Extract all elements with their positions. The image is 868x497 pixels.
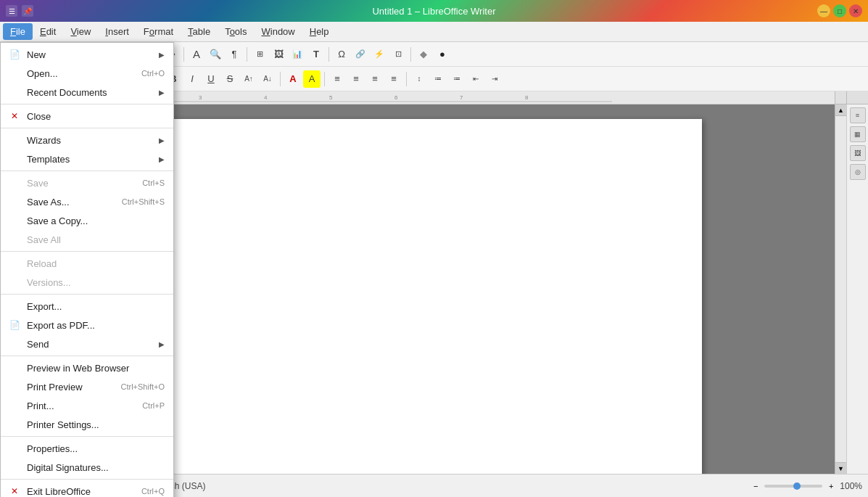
- format-subscript-btn[interactable]: A↓: [259, 70, 276, 88]
- menu-table-label: Table: [188, 26, 210, 37]
- format-justify-btn[interactable]: ≡: [385, 70, 402, 88]
- format-italic-btn[interactable]: I: [183, 70, 201, 88]
- toolbar-fill-btn[interactable]: ●: [434, 46, 451, 63]
- title-bar: ☰ 📌 Untitled 1 – LibreOffice Writer — □ …: [0, 0, 868, 22]
- close-icon: ✕: [8, 110, 21, 123]
- format-outdent-btn[interactable]: ⇤: [467, 70, 484, 88]
- file-saveas-label: Save As...: [27, 197, 70, 208]
- toolbar-special-char-btn[interactable]: Ω: [333, 46, 350, 63]
- toolbar-chart-btn[interactable]: 📊: [289, 46, 306, 63]
- file-menu-close[interactable]: ✕ Close: [1, 107, 173, 126]
- menu-item-file[interactable]: File: [3, 23, 33, 40]
- zoom-out-btn[interactable]: −: [750, 480, 761, 492]
- file-menu-send[interactable]: Send ▶: [1, 334, 173, 353]
- file-menu-printersettings[interactable]: Printer Settings...: [1, 415, 173, 434]
- toolbar-text-btn[interactable]: T: [307, 46, 325, 63]
- file-menu-saveas[interactable]: Save As... Ctrl+Shift+S: [1, 192, 173, 211]
- svg-text:8: 8: [525, 94, 529, 101]
- file-menu-recent[interactable]: Recent Documents ▶: [1, 83, 173, 102]
- scroll-track[interactable]: [835, 116, 846, 462]
- file-menu-open[interactable]: Open... Ctrl+O: [1, 64, 173, 83]
- toolbar-image-btn[interactable]: 🖼: [270, 46, 287, 63]
- panel-styles-btn[interactable]: ≡: [850, 107, 866, 123]
- format-align-left-btn[interactable]: ≡: [328, 70, 346, 88]
- properties-icon: [8, 442, 21, 455]
- format-underline-btn[interactable]: U: [202, 70, 220, 88]
- file-printersettings-label: Printer Settings...: [27, 419, 99, 430]
- file-menu-printpreview[interactable]: Print Preview Ctrl+Shift+O: [1, 377, 173, 396]
- app-menu-icon[interactable]: ☰: [6, 5, 17, 17]
- toolbar-table-btn[interactable]: ⊞: [251, 46, 268, 63]
- file-menu-exportpdf[interactable]: 📄 Export as PDF...: [1, 316, 173, 334]
- toolbar-paragraph-btn[interactable]: ¶: [226, 46, 243, 63]
- menu-item-edit[interactable]: Edit: [33, 23, 63, 40]
- toolbar-xref-btn[interactable]: ⚡: [371, 46, 388, 63]
- menu-item-view[interactable]: View: [63, 23, 98, 40]
- file-menu-wizards[interactable]: Wizards ▶: [1, 131, 173, 149]
- zoom-slider-thumb[interactable]: [793, 482, 801, 490]
- maximize-button[interactable]: □: [833, 4, 846, 17]
- panel-gallery-btn[interactable]: 🖼: [850, 145, 866, 161]
- minimize-button[interactable]: —: [817, 4, 830, 17]
- format-linespacing-btn[interactable]: ↕: [410, 70, 428, 88]
- file-saveall-label: Save All: [27, 234, 61, 245]
- toolbar-field-btn[interactable]: ⊡: [389, 46, 407, 63]
- toolbar-find-btn[interactable]: 🔍: [207, 46, 224, 63]
- menu-item-format[interactable]: Format: [136, 23, 181, 40]
- format-numbering-btn[interactable]: ≔: [448, 70, 466, 88]
- toolbar-fontsize-btn[interactable]: A: [188, 46, 205, 63]
- zoom-slider-track[interactable]: [764, 485, 822, 488]
- wizards-icon: [8, 134, 21, 147]
- panel-navigator-btn[interactable]: ▦: [850, 126, 866, 142]
- close-button[interactable]: ✕: [849, 4, 862, 17]
- file-menu-properties[interactable]: Properties...: [1, 439, 173, 458]
- toolbar-sep-6: [410, 47, 411, 62]
- print-icon: [8, 399, 21, 412]
- file-close-label: Close: [27, 111, 51, 122]
- vertical-scrollbar[interactable]: ▲ ▼: [835, 104, 846, 474]
- file-menu-preview[interactable]: Preview in Web Browser: [1, 358, 173, 377]
- menu-item-table[interactable]: Table: [181, 23, 218, 40]
- file-preview-label: Preview in Web Browser: [27, 363, 129, 374]
- file-export-label: Export...: [27, 301, 62, 312]
- format-superscript-btn[interactable]: A↑: [240, 70, 257, 88]
- recent-arrow: ▶: [159, 89, 165, 96]
- zoom-in-btn[interactable]: +: [825, 480, 837, 492]
- new-arrow: ▶: [159, 51, 165, 59]
- file-savecopy-label: Save a Copy...: [27, 215, 88, 226]
- file-sep-4: [1, 251, 173, 252]
- file-menu-new[interactable]: 📄 New ▶: [1, 45, 173, 64]
- format-fontcolor-btn[interactable]: A: [284, 70, 302, 88]
- file-menu-savecopy[interactable]: Save a Copy...: [1, 211, 173, 230]
- svg-text:6: 6: [394, 94, 398, 101]
- format-strikethrough-btn[interactable]: S: [221, 70, 239, 88]
- file-menu-exit[interactable]: ✕ Exit LibreOffice Ctrl+Q: [1, 482, 173, 497]
- recent-icon: [8, 86, 21, 99]
- format-sep-4: [406, 72, 407, 86]
- format-indent-btn[interactable]: ⇥: [486, 70, 503, 88]
- toolbar-shape-btn[interactable]: ◆: [415, 46, 432, 63]
- menu-item-tools[interactable]: Tools: [218, 23, 254, 40]
- file-menu-export[interactable]: Export...: [1, 297, 173, 316]
- menu-item-help[interactable]: Help: [302, 23, 336, 40]
- file-menu-print[interactable]: Print... Ctrl+P: [1, 396, 173, 415]
- toolbar-sep-5: [328, 47, 329, 62]
- panel-sidebar-btn[interactable]: ◎: [850, 164, 866, 180]
- file-menu-templates[interactable]: Templates ▶: [1, 149, 173, 168]
- pin-icon[interactable]: 📌: [22, 5, 33, 17]
- toolbar-hyperlink-btn[interactable]: 🔗: [352, 46, 369, 63]
- file-menu-digitalsig[interactable]: Digital Signatures...: [1, 458, 173, 477]
- save-icon: [8, 176, 21, 189]
- format-align-center-btn[interactable]: ≡: [347, 70, 365, 88]
- format-highlight-btn[interactable]: A: [303, 70, 321, 88]
- file-reload-label: Reload: [27, 258, 57, 269]
- menu-item-insert[interactable]: Insert: [98, 23, 136, 40]
- format-bullets-btn[interactable]: ≔: [429, 70, 447, 88]
- format-align-right-btn[interactable]: ≡: [366, 70, 384, 88]
- scroll-down-btn[interactable]: ▼: [835, 462, 847, 474]
- scroll-up-btn[interactable]: ▲: [835, 104, 847, 116]
- print-shortcut: Ctrl+P: [142, 401, 165, 410]
- menu-item-window[interactable]: Window: [254, 23, 302, 40]
- preview-icon: [8, 361, 21, 374]
- exit-icon: ✕: [8, 485, 21, 497]
